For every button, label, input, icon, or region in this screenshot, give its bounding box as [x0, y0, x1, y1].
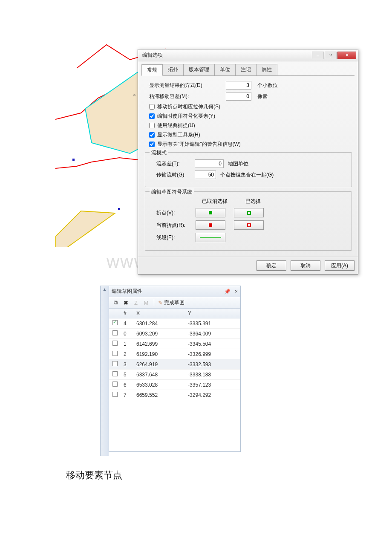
z-toggle[interactable]: Z: [132, 299, 140, 306]
tab-annotation[interactable]: 注记: [235, 64, 257, 75]
minimize-button[interactable]: –: [312, 52, 324, 59]
row-checkbox[interactable]: [112, 392, 118, 397]
row-checkbox[interactable]: [112, 330, 118, 335]
segment-button[interactable]: [196, 233, 225, 242]
row-y: -3345.504: [185, 339, 240, 349]
check-stretch-geometry-label: 移动折点时相应拉伸几何(S): [157, 103, 220, 110]
tab-versioning[interactable]: 版本管理: [183, 64, 215, 75]
row-checkbox[interactable]: [112, 341, 118, 346]
vertex-selected-button[interactable]: [234, 208, 264, 217]
svg-marker-3: [55, 211, 115, 247]
check-stretch-geometry[interactable]: [149, 104, 155, 110]
dialog-footer: 确定 取消 应用(A): [138, 257, 358, 274]
row-checkbox[interactable]: [112, 320, 118, 325]
sketch-toolbar: ⧉ ✖ Z M ✎ 完成草图: [109, 297, 240, 309]
row-checkbox[interactable]: [112, 361, 118, 366]
col-x[interactable]: X: [134, 309, 185, 318]
row-x: 6093.209: [134, 329, 185, 339]
finish-sketch-label: 完成草图: [164, 299, 184, 306]
stream-group-input[interactable]: [195, 171, 216, 179]
finish-sketch-button[interactable]: ✎ 完成草图: [158, 299, 184, 306]
panel-collapse-strip[interactable]: ▲: [100, 286, 109, 456]
row-y: -3357.123: [185, 380, 240, 390]
svg-text:×: ×: [133, 92, 136, 98]
table-row[interactable]: 06093.209-3364.009: [109, 329, 240, 339]
row-checkbox[interactable]: [112, 371, 118, 376]
display-method-input[interactable]: [226, 81, 251, 90]
svg-rect-2: [118, 208, 120, 210]
col-check[interactable]: [109, 309, 121, 318]
current-vertex-unselected-button[interactable]: [196, 220, 225, 230]
check-mini-toolbar-label: 显示微型工具条(H): [157, 131, 200, 139]
m-toggle[interactable]: M: [142, 299, 150, 306]
check-start-edit-warnings[interactable]: [149, 142, 155, 147]
row-y: -3335.391: [185, 318, 240, 329]
row-index: 0: [121, 329, 134, 339]
row-index: 4: [121, 318, 134, 329]
close-button[interactable]: ✕: [337, 52, 356, 59]
check-start-edit-warnings-label: 显示有关"开始编辑"的警告和信息(W): [157, 141, 241, 148]
col-y[interactable]: Y: [185, 309, 240, 318]
row-checkbox[interactable]: [112, 382, 118, 387]
row-x: 6659.552: [134, 390, 185, 400]
row-y: -3364.009: [185, 329, 240, 339]
row-y: -3326.999: [185, 349, 240, 359]
table-row[interactable]: 66533.028-3357.123: [109, 380, 240, 390]
sketch-blank-area: [109, 400, 240, 451]
segment-label: 线段(E):: [156, 234, 196, 241]
apply-button[interactable]: 应用(A): [325, 260, 355, 271]
page-caption: 移动要素节点: [66, 469, 122, 482]
collapse-arrow-icon: ▲: [101, 287, 109, 292]
vertex-label: 折点(V):: [156, 209, 196, 217]
red-outline-icon: [247, 223, 251, 227]
green-outline-icon: [247, 211, 251, 215]
table-row[interactable]: 26192.190-3326.999: [109, 349, 240, 359]
table-row[interactable]: 46301.284-3335.391: [109, 318, 240, 329]
current-vertex-selected-button[interactable]: [234, 220, 264, 230]
delete-icon[interactable]: ✖: [122, 299, 130, 306]
toolbar-divider: [154, 299, 154, 306]
tab-topology[interactable]: 拓扑: [162, 64, 184, 75]
help-button[interactable]: ?: [325, 52, 337, 59]
sketch-symbol-group: 编辑草图符号系统 已取消选择 已选择 折点(V): 当前折点(R): 线: [145, 191, 352, 251]
table-row[interactable]: 76659.552-3294.292: [109, 390, 240, 400]
cancel-button[interactable]: 取消: [291, 260, 320, 271]
stream-tolerance-unit: 地图单位: [228, 160, 248, 168]
row-index: 7: [121, 390, 134, 400]
check-mini-toolbar[interactable]: [149, 132, 155, 138]
sketch-tool-icon[interactable]: ⧉: [112, 299, 119, 306]
sticky-tolerance-label: 粘滞移动容差(M):: [149, 93, 226, 100]
row-y: -3338.188: [185, 370, 240, 380]
stream-tolerance-input[interactable]: [195, 159, 224, 168]
ok-button[interactable]: 确定: [257, 260, 286, 271]
row-index: 6: [121, 380, 134, 390]
check-symbolized-features[interactable]: [149, 113, 155, 119]
sketch-symbol-legend: 编辑草图符号系统: [150, 188, 194, 196]
stream-group-label: 传输流时(G): [156, 171, 195, 179]
sticky-tolerance-input[interactable]: [226, 92, 251, 101]
table-row[interactable]: 56337.648-3338.188: [109, 370, 240, 380]
table-row[interactable]: 36264.919-3332.593: [109, 359, 240, 370]
row-index: 1: [121, 339, 134, 349]
dialog-titlebar[interactable]: 编辑选项 – ? ✕: [138, 49, 358, 61]
edit-options-dialog: 编辑选项 – ? ✕ 常规 拓扑 版本管理 单位 注记 属性 显示测量结果的方式…: [138, 49, 358, 275]
col-hash[interactable]: #: [121, 309, 134, 318]
sketch-panel-titlebar[interactable]: 编辑草图属性 📌 ×: [109, 286, 240, 297]
check-classic-snapping[interactable]: [149, 123, 155, 128]
tab-attributes[interactable]: 属性: [256, 64, 277, 75]
tab-units[interactable]: 单位: [214, 64, 236, 75]
red-square-icon: [209, 223, 212, 227]
row-x: 6301.284: [134, 318, 185, 329]
row-index: 5: [121, 370, 134, 380]
check-classic-snapping-label: 使用经典捕捉(U): [157, 122, 195, 129]
row-x: 6192.190: [134, 349, 185, 359]
dialog-title: 编辑选项: [142, 52, 311, 59]
table-row[interactable]: 16142.699-3345.504: [109, 339, 240, 349]
tab-general[interactable]: 常规: [141, 64, 163, 76]
vertex-unselected-button[interactable]: [196, 208, 225, 217]
pin-icon[interactable]: 📌: [224, 289, 231, 295]
stream-mode-group: 流模式 流容差(T): 地图单位 传输流时(G) 个点按组集合在一起(G): [145, 152, 352, 187]
panel-close-icon[interactable]: ×: [235, 289, 238, 295]
row-checkbox[interactable]: [112, 351, 118, 356]
row-x: 6264.919: [134, 359, 185, 370]
